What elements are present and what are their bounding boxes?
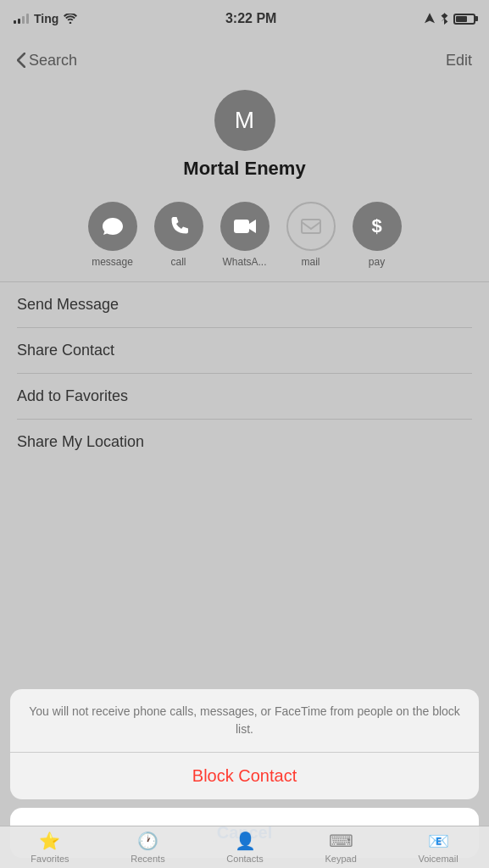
back-button[interactable]: Search bbox=[17, 52, 77, 70]
whatsapp-icon-circle bbox=[220, 202, 270, 251]
block-dialog: You will not receive phone calls, messag… bbox=[10, 689, 479, 799]
mail-icon-circle bbox=[286, 202, 336, 251]
keypad-tab-icon: ⌨ bbox=[329, 831, 353, 851]
avatar: M bbox=[214, 90, 275, 151]
video-icon bbox=[233, 218, 257, 235]
action-mail[interactable]: mail bbox=[286, 202, 336, 268]
block-dialog-message: You will not receive phone calls, messag… bbox=[10, 689, 479, 753]
back-label: Search bbox=[29, 52, 77, 70]
message-icon-circle bbox=[88, 202, 137, 251]
svg-rect-0 bbox=[234, 220, 249, 233]
pay-icon: $ bbox=[371, 215, 381, 237]
tab-bar: ⭐ Favorites 🕐 Recents 👤 Contacts ⌨ Keypa… bbox=[0, 826, 489, 868]
call-icon bbox=[168, 215, 190, 237]
list-section: Send Message Share Contact Add to Favori… bbox=[0, 282, 489, 465]
tab-keypad[interactable]: ⌨ Keypad bbox=[325, 831, 356, 864]
block-contact-button[interactable]: Block Contact bbox=[10, 753, 479, 799]
message-label: message bbox=[92, 256, 133, 268]
tab-voicemail[interactable]: 📧 Voicemail bbox=[419, 831, 458, 864]
action-row: message call WhatsA... mail bbox=[0, 193, 489, 281]
status-left: Ting bbox=[14, 12, 77, 25]
mail-icon bbox=[301, 219, 321, 234]
favorites-tab-icon: ⭐ bbox=[39, 831, 60, 851]
call-label: call bbox=[170, 256, 186, 268]
voicemail-tab-icon: 📧 bbox=[428, 831, 449, 851]
pay-icon-circle: $ bbox=[353, 202, 402, 251]
voicemail-tab-label: Voicemail bbox=[419, 854, 458, 864]
nav-bar: Search Edit bbox=[0, 37, 489, 83]
message-icon bbox=[102, 216, 124, 236]
tab-recents[interactable]: 🕐 Recents bbox=[131, 831, 164, 864]
edit-button[interactable]: Edit bbox=[446, 52, 472, 70]
wifi-icon bbox=[64, 14, 77, 24]
battery-icon bbox=[453, 14, 475, 25]
share-contact-item[interactable]: Share Contact bbox=[0, 328, 489, 373]
status-time: 3:22 PM bbox=[225, 11, 276, 26]
pay-label: pay bbox=[369, 256, 385, 268]
contacts-tab-icon: 👤 bbox=[235, 831, 256, 851]
call-icon-circle bbox=[154, 202, 203, 251]
action-whatsapp[interactable]: WhatsA... bbox=[220, 202, 270, 268]
send-message-item[interactable]: Send Message bbox=[0, 282, 489, 327]
recents-tab-label: Recents bbox=[131, 854, 164, 864]
back-chevron-icon bbox=[17, 53, 25, 68]
action-call[interactable]: call bbox=[154, 202, 203, 268]
contacts-tab-label: Contacts bbox=[226, 854, 263, 864]
tab-contacts[interactable]: 👤 Contacts bbox=[226, 831, 263, 864]
action-pay[interactable]: $ pay bbox=[353, 202, 402, 268]
whatsapp-label: WhatsA... bbox=[222, 256, 266, 268]
status-bar: Ting 3:22 PM bbox=[0, 0, 489, 37]
bluetooth-icon bbox=[440, 13, 448, 25]
share-location-item[interactable]: Share My Location bbox=[0, 420, 489, 465]
contact-name: Mortal Enemy bbox=[183, 158, 305, 180]
avatar-initial: M bbox=[235, 107, 254, 134]
status-right bbox=[425, 13, 475, 25]
action-message[interactable]: message bbox=[88, 202, 137, 268]
signal-icon bbox=[14, 14, 29, 24]
recents-tab-icon: 🕐 bbox=[137, 831, 158, 851]
favorites-tab-label: Favorites bbox=[31, 854, 69, 864]
mail-label: mail bbox=[301, 256, 320, 268]
tab-favorites[interactable]: ⭐ Favorites bbox=[31, 831, 69, 864]
keypad-tab-label: Keypad bbox=[325, 854, 356, 864]
location-icon bbox=[425, 13, 435, 25]
svg-rect-1 bbox=[302, 220, 320, 233]
carrier-label: Ting bbox=[34, 12, 58, 25]
contact-header: M Mortal Enemy bbox=[0, 83, 489, 193]
add-favorites-item[interactable]: Add to Favorites bbox=[0, 374, 489, 419]
